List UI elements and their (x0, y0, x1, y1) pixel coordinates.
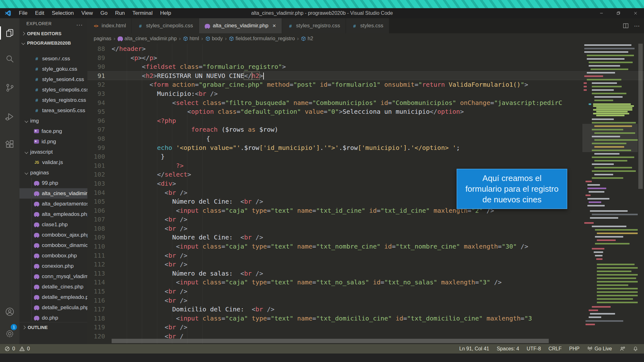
code-line-89[interactable]: 89 <p></p> (87, 53, 644, 63)
vertical-scrollbar[interactable] (638, 44, 644, 344)
file-alta_empleados.php[interactable]: alta_empleados.php (19, 209, 87, 219)
code-line-108[interactable]: 108 <br /> (87, 224, 644, 233)
file-sesion7.css[interactable]: #sesion7.css (19, 57, 87, 64)
minimap[interactable] (582, 44, 638, 344)
code-line-88[interactable]: 88</header> (87, 44, 644, 53)
account-icon[interactable] (0, 303, 19, 321)
file-alta_cines_vladimir.php[interactable]: alta_cines_vladimir.php (19, 188, 87, 199)
status-language-mode[interactable]: PHP (569, 346, 580, 352)
menu-edit[interactable]: Edit (31, 8, 48, 18)
menu-view[interactable]: View (78, 8, 97, 18)
file-combobox.php[interactable]: combobox.php (19, 250, 87, 261)
file-styles_registro.css[interactable]: #styles_registro.css (19, 95, 87, 105)
file-validar.js[interactable]: JSvalidar.js (19, 157, 87, 167)
file-style_sesion4.css[interactable]: #style_sesion4.css (19, 74, 87, 85)
code-line-118[interactable]: 118 <input class="caja" type="text" name… (87, 314, 644, 323)
folder-javascript[interactable]: javascript (19, 147, 87, 157)
file-tarea_sesion5.css[interactable]: #tarea_sesion5.css (19, 105, 87, 116)
close-button[interactable] (627, 8, 644, 18)
code-line-119[interactable]: 119 <br /> (87, 323, 644, 332)
file-detalle_cines.php[interactable]: detalle_cines.php (19, 282, 87, 292)
status-cursor-position[interactable]: Ln 91, Col 41 (459, 346, 489, 352)
source-control-icon[interactable] (0, 79, 19, 97)
status-indentation[interactable]: Spaces: 4 (497, 346, 519, 352)
code-line-116[interactable]: 116 <br /> (87, 296, 644, 305)
code-line-96[interactable]: 96 <?php (87, 116, 644, 125)
folder-paginas[interactable]: paginas (19, 167, 87, 178)
breadcrumb-item-h2[interactable]: h2 (301, 36, 313, 41)
tab-styles_cinepolis.css[interactable]: #styles_cinepolis.css (132, 18, 198, 33)
tab-index.html[interactable]: <>index.html (87, 18, 131, 33)
status-notifications[interactable] (633, 346, 638, 352)
code-line-99[interactable]: 99 echo '<option value="'.$row['id_munic… (87, 143, 644, 152)
minimap-slider[interactable] (582, 124, 638, 152)
file-style_goku.css[interactable]: #style_goku.css (19, 64, 87, 74)
sidebar-more-actions[interactable]: ... (76, 20, 83, 27)
status-eol[interactable]: CRLF (548, 346, 562, 352)
code-line-91[interactable]: 91 <h2>REGISTRAR UN NUEVO CINE</h2> (87, 71, 644, 80)
menu-file[interactable]: File (15, 8, 31, 18)
file-99.php[interactable]: 99.php (19, 178, 87, 188)
file-conn_mysql_vladimir.php[interactable]: conn_mysql_vladimir.php (19, 271, 87, 282)
menu-help[interactable]: Help (156, 8, 175, 18)
code-line-114[interactable]: 114 <input class="caja" type="text" name… (87, 278, 644, 287)
file-styles_cinepolis.css[interactable]: #styles_cinepolis.css (19, 85, 87, 95)
file-clase1.php[interactable]: clase1.php (19, 219, 87, 230)
settings-gear-icon[interactable]: 1 (0, 325, 19, 343)
file-combobox_ajax.php[interactable]: combobox_ajax.php (19, 230, 87, 240)
code-line-97[interactable]: 97 foreach ($rows as $row) (87, 125, 644, 134)
code-line-95[interactable]: 95 <option class="default_option" value=… (87, 107, 644, 116)
split-editor-icon[interactable] (623, 23, 629, 29)
breadcrumb-item-fieldset.formulario_registro[interactable]: fieldset.formulario_registro (229, 36, 295, 41)
file-id.png[interactable]: id.png (19, 136, 87, 147)
open-editors-section[interactable]: OPEN EDITORS (19, 29, 87, 38)
close-tab-icon[interactable]: × (272, 22, 276, 29)
workspace-root-section[interactable]: PROGRAWEB2020B (19, 38, 87, 48)
folder-img[interactable]: img (19, 116, 87, 126)
code-line-113[interactable]: 113 Número de salas: <br /> (87, 269, 644, 278)
code-line-90[interactable]: 90 <fieldset class="formulario_registro"… (87, 62, 644, 71)
tab-styles.css[interactable]: #styles.css (346, 18, 389, 33)
code-line-100[interactable]: 100 } (87, 152, 644, 161)
code-line-115[interactable]: 115 <br /> (87, 287, 644, 296)
code-line-94[interactable]: 94 <select class="filtro_busqueda" name=… (87, 98, 644, 107)
explorer-icon[interactable] (0, 24, 19, 42)
file-alta_departamentos.php[interactable]: alta_departamentos.php (19, 199, 87, 209)
tab-alta_cines_vladimir.php[interactable]: alta_cines_vladimir.php× (199, 18, 282, 33)
restore-button[interactable] (610, 8, 627, 18)
menu-terminal[interactable]: Terminal (129, 8, 156, 18)
code-line-93[interactable]: 93 Municipio:<br /> (87, 89, 644, 98)
breadcrumb-item-html[interactable]: html (183, 36, 199, 41)
horizontal-scrollbar[interactable] (112, 339, 549, 343)
code-line-111[interactable]: 111 <br /> (87, 251, 644, 260)
breadcrumb-item-paginas[interactable]: paginas (94, 36, 111, 41)
file-face.png[interactable]: face.png (19, 126, 87, 136)
breadcrumb-item-alta_cines_vladimir.php[interactable]: alta_cines_vladimir.php (118, 36, 177, 41)
breadcrumb-item-body[interactable]: body (205, 36, 223, 41)
code-line-117[interactable]: 117 Domicilio del Cine: <br /> (87, 305, 644, 314)
code-line-98[interactable]: 98 { (87, 134, 644, 143)
code-line-109[interactable]: 109 Nombre del Cine: <br /> (87, 233, 644, 242)
menu-selection[interactable]: Selection (48, 8, 78, 18)
code-editor[interactable]: 88</header>89 <p></p>90 <fieldset class=… (87, 44, 644, 344)
extensions-icon[interactable] (0, 135, 19, 153)
status-feedback[interactable] (619, 346, 625, 352)
menu-go[interactable]: Go (97, 8, 111, 18)
status-encoding[interactable]: UTF-8 (527, 346, 541, 352)
minimize-button[interactable] (593, 8, 610, 18)
problems-indicator[interactable]: 0 0 (4, 346, 30, 352)
file-combobox_dinamicos.php[interactable]: combobox_dinamicos.php (19, 240, 87, 250)
file-conexion.php[interactable]: conexion.php (19, 261, 87, 271)
file-do.php[interactable]: do.php (19, 313, 87, 321)
code-line-110[interactable]: 110 <input class="caja" type="text" name… (87, 242, 644, 251)
search-icon[interactable] (0, 50, 19, 68)
code-line-92[interactable]: 92 <form action="grabar_cine.php" method… (87, 80, 644, 89)
status-go-live[interactable]: Go Live (587, 346, 612, 352)
more-actions-icon[interactable]: ⋯ (634, 22, 640, 30)
file-detalle_empleado.php[interactable]: detalle_empleado.php (19, 292, 87, 302)
code-line-112[interactable]: 112 <br /> (87, 260, 644, 269)
run-debug-icon[interactable] (0, 107, 19, 126)
outline-section[interactable]: OUTLINE (19, 322, 87, 332)
file-detalle_pelicula.php[interactable]: detalle_pelicula.php (19, 302, 87, 313)
scrollbar-thumb[interactable] (638, 44, 643, 189)
